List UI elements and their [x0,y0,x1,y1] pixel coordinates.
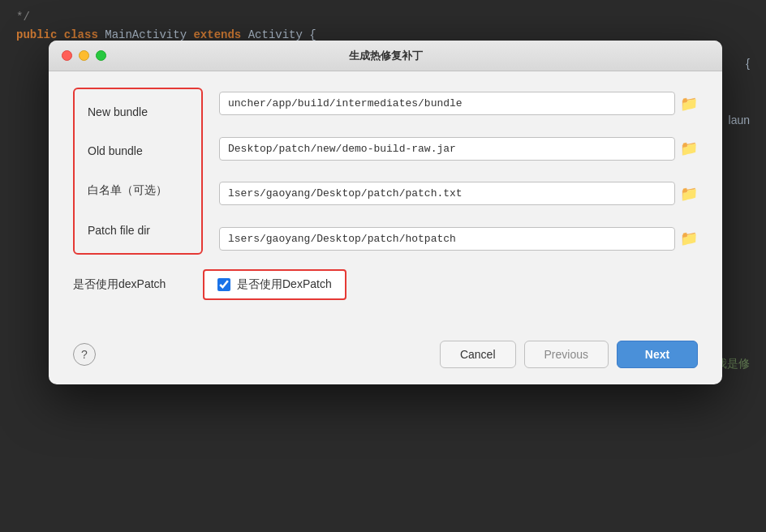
help-button[interactable]: ? [73,343,96,366]
dexpatch-outer-label: 是否使用dexPatch [73,277,203,292]
input-row-patch-dir: 📁 [219,227,698,251]
input-row-old-bundle: 📁 [219,137,698,161]
close-button[interactable] [62,50,72,61]
dialog-content: New bundle Old bundle 白名单（可选） Patch file… [49,71,722,331]
labels-box: New bundle Old bundle 白名单（可选） Patch file… [73,88,203,255]
previous-button[interactable]: Previous [524,341,609,368]
code-right-laun: laun [729,114,750,127]
dialog-title: 生成热修复补丁 [349,49,423,63]
keyword-class: class [64,28,105,41]
old-bundle-folder-icon[interactable]: 📁 [680,139,698,157]
class-name: MainActivity [105,28,193,41]
input-row-new-bundle: 📁 [219,92,698,115]
dialog-footer: ? Cancel Previous Next [49,331,722,384]
label-old-bundle: Old bundle [88,131,188,170]
code-right-brace: { [746,57,750,70]
patch-dir-input[interactable] [219,227,675,251]
checkbox-section: 是否使用dexPatch 是否使用DexPatch [73,269,698,300]
dexpatch-checkbox-box: 是否使用DexPatch [203,269,346,300]
whitelist-input[interactable] [219,182,675,205]
dialog: 生成热修复补丁 New bundle Old bundle 白名单（可选） Pa… [49,41,722,384]
inputs-area: 📁 📁 📁 📁 [203,88,698,255]
parent-class: Activity { [248,28,316,41]
code-line-1: */ [16,8,750,26]
old-bundle-input[interactable] [219,137,675,161]
new-bundle-folder-icon[interactable]: 📁 [680,95,698,113]
whitelist-folder-icon[interactable]: 📁 [680,185,698,203]
input-row-whitelist: 📁 [219,182,698,205]
label-patch-dir: Patch file dir [88,211,188,250]
title-bar: 生成热修复补丁 [49,41,722,71]
next-button[interactable]: Next [617,341,698,368]
maximize-button[interactable] [96,50,106,61]
keyword-extends: extends [193,28,247,41]
label-new-bundle: New bundle [88,92,188,131]
cancel-button[interactable]: Cancel [440,341,516,368]
dexpatch-checkbox[interactable] [217,278,230,291]
patch-dir-folder-icon[interactable]: 📁 [680,230,698,247]
form-fields-area: New bundle Old bundle 白名单（可选） Patch file… [73,88,698,255]
keyword-public: public [16,28,64,41]
minimize-button[interactable] [79,50,89,61]
dexpatch-checkbox-label: 是否使用DexPatch [237,277,332,292]
new-bundle-input[interactable] [219,92,675,115]
label-whitelist: 白名单（可选） [88,170,188,211]
